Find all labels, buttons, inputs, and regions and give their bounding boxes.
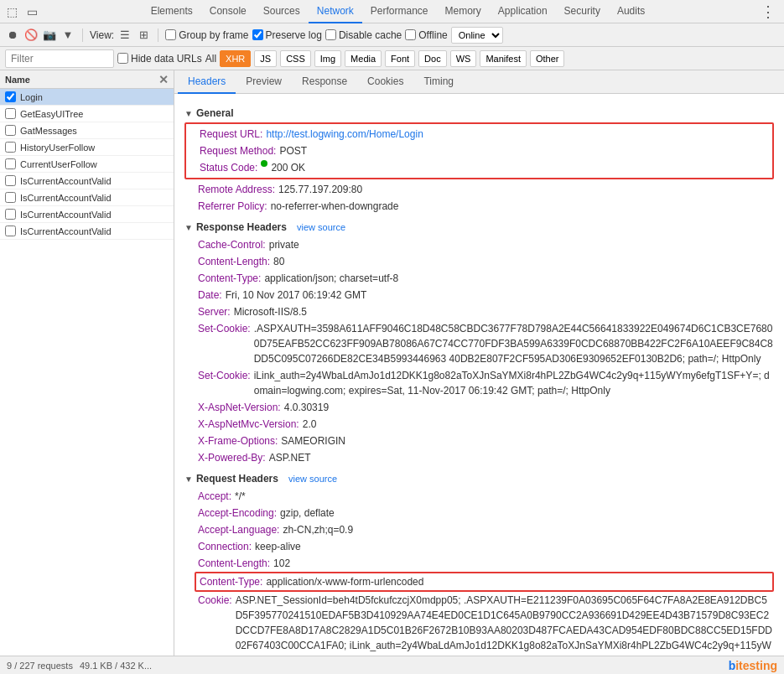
preserve-log-checkbox[interactable]: Preserve log [252,29,322,41]
detail-tab-headers[interactable]: Headers [178,70,236,94]
response-headers-view-source[interactable]: view source [297,222,345,232]
detail-tab-cookies[interactable]: Cookies [357,70,413,94]
filter-js-btn[interactable]: JS [254,50,277,67]
more-tabs-icon[interactable]: ⋮ [755,3,781,21]
online-select[interactable]: Online [451,27,503,44]
tab-security[interactable]: Security [556,0,609,23]
filter-font-btn[interactable]: Font [385,50,415,67]
referrer-policy-key: Referrer Policy: [198,199,267,214]
tab-network[interactable]: Network [309,0,362,23]
response-headers-section-header[interactable]: ▼ Response Headers view source [184,221,774,233]
status-green-dot [261,160,267,167]
list-item[interactable]: IsCurrentAccountValid [0,173,174,189]
list-item-checkbox[interactable] [5,125,16,136]
list-item[interactable]: IsCurrentAccountValid [0,223,174,240]
response-header-key: X-Powered-By: [198,450,266,465]
request-header-value: 102 [273,556,290,571]
list-item-name: IsCurrentAccountValid [20,176,112,186]
logo-itesting: itesting [735,659,777,672]
list-item-checkbox[interactable] [5,158,16,169]
preserve-log-input[interactable] [252,29,263,40]
tab-console[interactable]: Console [201,0,255,23]
response-header-key: Date: [198,288,222,303]
record-icon[interactable]: ⏺ [5,28,20,43]
filter-img-btn[interactable]: Img [314,50,341,67]
list-item-checkbox[interactable] [5,142,16,153]
camera-icon[interactable]: 📷 [42,28,57,43]
hide-data-urls-checkbox[interactable]: Hide data URLs [117,53,202,65]
request-header-row: Content-Type:application/x-www-form-urle… [195,572,774,592]
disable-cache-label: Disable cache [339,29,402,41]
response-header-key: Cache-Control: [198,237,266,252]
list-header-label: Name [5,75,30,85]
hide-data-urls-input[interactable] [117,53,128,64]
detail-panel: Headers Preview Response Cookies Timing … [174,70,784,656]
response-header-row: X-Powered-By:ASP.NET [184,449,774,466]
list-item-checkbox[interactable] [5,175,16,186]
filter-css-btn[interactable]: CSS [280,50,311,67]
tree-view-icon[interactable]: ⊞ [136,28,151,43]
inspect-icon[interactable]: ⬚ [3,3,20,20]
offline-checkbox[interactable]: Offline [405,29,447,41]
response-header-row: X-Frame-Options:SAMEORIGIN [184,433,774,449]
response-header-key: Content-Type: [198,271,261,286]
filter-input[interactable] [5,49,114,68]
list-item[interactable]: IsCurrentAccountValid [0,206,174,223]
tab-audits[interactable]: Audits [609,0,653,23]
request-headers-section-header[interactable]: ▼ Request Headers view source [184,473,774,485]
list-item[interactable]: CurrentUserFollow [0,156,174,173]
list-item[interactable]: Login [0,89,174,106]
list-item[interactable]: GatMessages [0,122,174,139]
request-header-value: ASP.NET_SessionId=beh4tD5fckufczcjX0mdpp… [236,593,774,656]
request-url-row: Request URL: http://test.logwing.com/Hom… [186,126,772,143]
device-icon[interactable]: ▭ [23,3,40,20]
list-item-name: GatMessages [20,126,77,136]
filter-media-btn[interactable]: Media [345,50,382,67]
list-item-checkbox[interactable] [5,192,16,203]
list-item-checkbox[interactable] [5,226,16,236]
request-headers-view-source[interactable]: view source [288,474,337,484]
list-item[interactable]: HistoryUserFollow [0,139,174,156]
request-header-value: gzip, deflate [280,506,335,521]
detail-content: ▼ General Request URL: http://test.logwi… [174,94,784,656]
status-code-value: 200 OK [271,160,305,175]
offline-input[interactable] [405,29,416,40]
filter-icon[interactable]: ▼ [60,28,75,43]
request-list: LoginGetEasyUITreeGatMessagesHistoryUser… [0,89,174,656]
filter-xhr-btn[interactable]: XHR [220,50,251,67]
disable-cache-input[interactable] [325,29,336,40]
tab-sources[interactable]: Sources [255,0,309,23]
logo-bit: b [729,659,736,672]
group-by-frame-input[interactable] [165,29,176,40]
tab-elements[interactable]: Elements [143,0,201,23]
list-view-icon[interactable]: ☰ [117,28,132,43]
clear-icon[interactable]: 🚫 [23,28,39,43]
logo: bitesting [729,659,777,672]
filter-manifest-btn[interactable]: Manifest [480,50,527,67]
group-by-frame-checkbox[interactable]: Group by frame [165,29,248,41]
list-item-checkbox[interactable] [5,209,16,220]
request-header-row: Content-Length:102 [184,555,774,572]
referrer-policy-row: Referrer Policy: no-referrer-when-downgr… [184,198,774,215]
filter-other-btn[interactable]: Other [530,50,565,67]
response-header-value: application/json; charset=utf-8 [264,271,398,286]
request-headers-triangle: ▼ [184,474,193,484]
detail-tab-response[interactable]: Response [292,70,357,94]
list-item[interactable]: GetEasyUITree [0,106,174,122]
response-header-key: Set-Cookie: [198,368,251,398]
tab-application[interactable]: Application [490,0,556,23]
list-item[interactable]: IsCurrentAccountValid [0,189,174,206]
disable-cache-checkbox[interactable]: Disable cache [325,29,402,41]
filter-ws-btn[interactable]: WS [450,50,477,67]
tab-performance[interactable]: Performance [362,0,437,23]
list-item-checkbox[interactable] [5,91,16,102]
response-header-value: private [269,237,299,252]
detail-tab-timing[interactable]: Timing [413,70,464,94]
filter-doc-btn[interactable]: Doc [418,50,447,67]
list-item-checkbox[interactable] [5,108,16,119]
response-header-value: 4.0.30319 [284,400,329,415]
general-section-header[interactable]: ▼ General [184,107,774,119]
detail-tab-preview[interactable]: Preview [236,70,292,94]
tab-memory[interactable]: Memory [437,0,490,23]
close-panel-icon[interactable]: ✕ [158,73,169,86]
